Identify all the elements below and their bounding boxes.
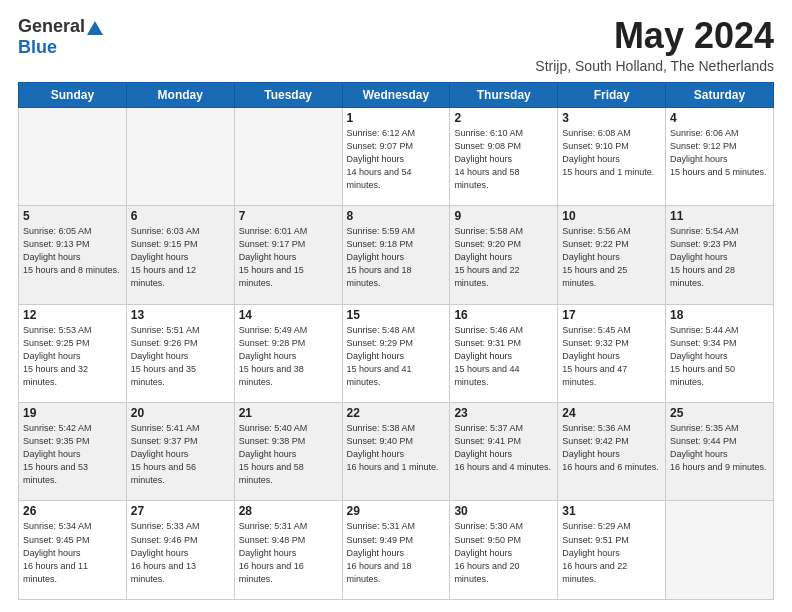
day-info: Sunrise: 5:44 AMSunset: 9:34 PMDaylight …: [670, 324, 769, 389]
day-info: Sunrise: 5:54 AMSunset: 9:23 PMDaylight …: [670, 225, 769, 290]
day-header-monday: Monday: [126, 82, 234, 107]
logo-blue-text: Blue: [18, 37, 57, 58]
day-number: 3: [562, 111, 661, 125]
day-info: Sunrise: 6:10 AMSunset: 9:08 PMDaylight …: [454, 127, 553, 192]
calendar-cell: 7Sunrise: 6:01 AMSunset: 9:17 PMDaylight…: [234, 206, 342, 304]
day-info: Sunrise: 5:48 AMSunset: 9:29 PMDaylight …: [347, 324, 446, 389]
calendar-cell: 27Sunrise: 5:33 AMSunset: 9:46 PMDayligh…: [126, 501, 234, 600]
calendar-cell: 21Sunrise: 5:40 AMSunset: 9:38 PMDayligh…: [234, 403, 342, 501]
day-number: 19: [23, 406, 122, 420]
day-info: Sunrise: 5:58 AMSunset: 9:20 PMDaylight …: [454, 225, 553, 290]
calendar-header-row: SundayMondayTuesdayWednesdayThursdayFrid…: [19, 82, 774, 107]
calendar-week-row: 12Sunrise: 5:53 AMSunset: 9:25 PMDayligh…: [19, 304, 774, 402]
calendar-cell: 12Sunrise: 5:53 AMSunset: 9:25 PMDayligh…: [19, 304, 127, 402]
day-number: 6: [131, 209, 230, 223]
day-number: 16: [454, 308, 553, 322]
logo: General Blue: [18, 16, 103, 58]
calendar-table: SundayMondayTuesdayWednesdayThursdayFrid…: [18, 82, 774, 600]
day-info: Sunrise: 5:34 AMSunset: 9:45 PMDaylight …: [23, 520, 122, 585]
day-number: 14: [239, 308, 338, 322]
day-number: 12: [23, 308, 122, 322]
calendar-cell: [666, 501, 774, 600]
calendar-cell: 26Sunrise: 5:34 AMSunset: 9:45 PMDayligh…: [19, 501, 127, 600]
calendar-cell: 23Sunrise: 5:37 AMSunset: 9:41 PMDayligh…: [450, 403, 558, 501]
calendar-week-row: 5Sunrise: 6:05 AMSunset: 9:13 PMDaylight…: [19, 206, 774, 304]
day-info: Sunrise: 5:38 AMSunset: 9:40 PMDaylight …: [347, 422, 446, 474]
calendar-cell: 20Sunrise: 5:41 AMSunset: 9:37 PMDayligh…: [126, 403, 234, 501]
day-number: 21: [239, 406, 338, 420]
month-title: May 2024: [535, 16, 774, 56]
day-header-thursday: Thursday: [450, 82, 558, 107]
calendar-cell: 24Sunrise: 5:36 AMSunset: 9:42 PMDayligh…: [558, 403, 666, 501]
day-header-saturday: Saturday: [666, 82, 774, 107]
day-header-friday: Friday: [558, 82, 666, 107]
day-info: Sunrise: 5:45 AMSunset: 9:32 PMDaylight …: [562, 324, 661, 389]
calendar-cell: 16Sunrise: 5:46 AMSunset: 9:31 PMDayligh…: [450, 304, 558, 402]
calendar-cell: 1Sunrise: 6:12 AMSunset: 9:07 PMDaylight…: [342, 107, 450, 205]
day-number: 5: [23, 209, 122, 223]
calendar-cell: [126, 107, 234, 205]
location-title: Strijp, South Holland, The Netherlands: [535, 58, 774, 74]
day-info: Sunrise: 5:41 AMSunset: 9:37 PMDaylight …: [131, 422, 230, 487]
calendar-cell: 10Sunrise: 5:56 AMSunset: 9:22 PMDayligh…: [558, 206, 666, 304]
day-number: 27: [131, 504, 230, 518]
day-info: Sunrise: 5:51 AMSunset: 9:26 PMDaylight …: [131, 324, 230, 389]
day-info: Sunrise: 5:29 AMSunset: 9:51 PMDaylight …: [562, 520, 661, 585]
calendar-cell: 18Sunrise: 5:44 AMSunset: 9:34 PMDayligh…: [666, 304, 774, 402]
day-info: Sunrise: 5:30 AMSunset: 9:50 PMDaylight …: [454, 520, 553, 585]
day-number: 26: [23, 504, 122, 518]
day-info: Sunrise: 5:37 AMSunset: 9:41 PMDaylight …: [454, 422, 553, 474]
day-number: 13: [131, 308, 230, 322]
day-info: Sunrise: 5:36 AMSunset: 9:42 PMDaylight …: [562, 422, 661, 474]
day-info: Sunrise: 5:31 AMSunset: 9:48 PMDaylight …: [239, 520, 338, 585]
calendar-cell: 11Sunrise: 5:54 AMSunset: 9:23 PMDayligh…: [666, 206, 774, 304]
day-info: Sunrise: 6:05 AMSunset: 9:13 PMDaylight …: [23, 225, 122, 277]
day-info: Sunrise: 5:56 AMSunset: 9:22 PMDaylight …: [562, 225, 661, 290]
day-info: Sunrise: 5:46 AMSunset: 9:31 PMDaylight …: [454, 324, 553, 389]
day-info: Sunrise: 5:31 AMSunset: 9:49 PMDaylight …: [347, 520, 446, 585]
day-info: Sunrise: 5:35 AMSunset: 9:44 PMDaylight …: [670, 422, 769, 474]
day-number: 25: [670, 406, 769, 420]
day-info: Sunrise: 5:42 AMSunset: 9:35 PMDaylight …: [23, 422, 122, 487]
calendar-cell: 28Sunrise: 5:31 AMSunset: 9:48 PMDayligh…: [234, 501, 342, 600]
day-number: 4: [670, 111, 769, 125]
day-number: 30: [454, 504, 553, 518]
day-info: Sunrise: 5:53 AMSunset: 9:25 PMDaylight …: [23, 324, 122, 389]
calendar-cell: 19Sunrise: 5:42 AMSunset: 9:35 PMDayligh…: [19, 403, 127, 501]
calendar-week-row: 19Sunrise: 5:42 AMSunset: 9:35 PMDayligh…: [19, 403, 774, 501]
day-info: Sunrise: 6:08 AMSunset: 9:10 PMDaylight …: [562, 127, 661, 179]
day-info: Sunrise: 6:01 AMSunset: 9:17 PMDaylight …: [239, 225, 338, 290]
calendar-week-row: 26Sunrise: 5:34 AMSunset: 9:45 PMDayligh…: [19, 501, 774, 600]
calendar-cell: 3Sunrise: 6:08 AMSunset: 9:10 PMDaylight…: [558, 107, 666, 205]
day-number: 8: [347, 209, 446, 223]
calendar-cell: 13Sunrise: 5:51 AMSunset: 9:26 PMDayligh…: [126, 304, 234, 402]
day-info: Sunrise: 5:40 AMSunset: 9:38 PMDaylight …: [239, 422, 338, 487]
page: General Blue May 2024 Strijp, South Holl…: [0, 0, 792, 612]
calendar-week-row: 1Sunrise: 6:12 AMSunset: 9:07 PMDaylight…: [19, 107, 774, 205]
day-number: 2: [454, 111, 553, 125]
calendar-cell: [234, 107, 342, 205]
day-header-wednesday: Wednesday: [342, 82, 450, 107]
day-info: Sunrise: 6:03 AMSunset: 9:15 PMDaylight …: [131, 225, 230, 290]
day-number: 15: [347, 308, 446, 322]
day-number: 31: [562, 504, 661, 518]
day-number: 1: [347, 111, 446, 125]
calendar-cell: 5Sunrise: 6:05 AMSunset: 9:13 PMDaylight…: [19, 206, 127, 304]
calendar-cell: 14Sunrise: 5:49 AMSunset: 9:28 PMDayligh…: [234, 304, 342, 402]
calendar-cell: [19, 107, 127, 205]
calendar-cell: 29Sunrise: 5:31 AMSunset: 9:49 PMDayligh…: [342, 501, 450, 600]
day-number: 29: [347, 504, 446, 518]
day-info: Sunrise: 5:59 AMSunset: 9:18 PMDaylight …: [347, 225, 446, 290]
day-number: 28: [239, 504, 338, 518]
day-number: 22: [347, 406, 446, 420]
title-block: May 2024 Strijp, South Holland, The Neth…: [535, 16, 774, 74]
day-number: 10: [562, 209, 661, 223]
logo-general-text: General: [18, 16, 85, 37]
day-info: Sunrise: 6:06 AMSunset: 9:12 PMDaylight …: [670, 127, 769, 179]
day-number: 24: [562, 406, 661, 420]
calendar-cell: 17Sunrise: 5:45 AMSunset: 9:32 PMDayligh…: [558, 304, 666, 402]
day-header-tuesday: Tuesday: [234, 82, 342, 107]
day-number: 20: [131, 406, 230, 420]
day-info: Sunrise: 6:12 AMSunset: 9:07 PMDaylight …: [347, 127, 446, 192]
day-number: 18: [670, 308, 769, 322]
